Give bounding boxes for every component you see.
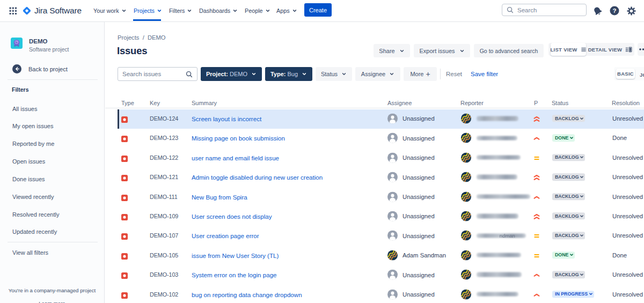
svg-text:?: ? [612,8,616,14]
